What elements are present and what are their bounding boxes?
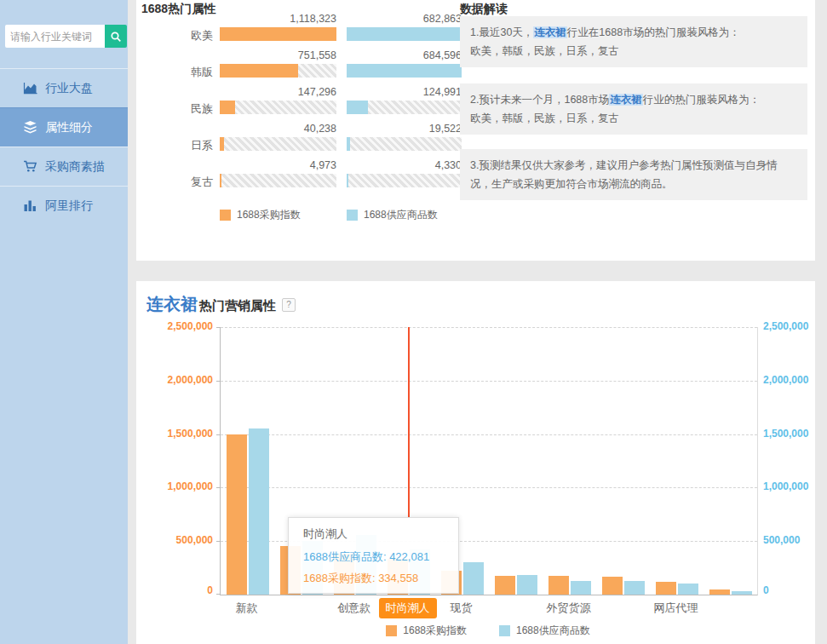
legend-label: 1688采购指数 [237,208,301,222]
hot-attr-category-label: 民族 [136,101,213,117]
bar-chart-icon [23,199,37,212]
purchase-bar[interactable]: 751,558 [220,64,336,78]
keyword-dress[interactable]: 连衣裙 [609,94,643,106]
purchase-column[interactable] [656,582,676,595]
supply-column[interactable] [732,591,752,595]
supply-swatch-icon [347,210,358,221]
purchase-bar[interactable]: 40,238 [220,137,336,151]
title-rest: 热门营销属性 [199,298,276,314]
purchase-bar[interactable]: 4,973 [220,174,336,187]
insight-text-line2: 欧美，韩版，民族，日系，复古 [470,42,797,60]
sidebar-item-label: 采购商素描 [45,159,105,175]
insight-text: 1.最近30天，连衣裙行业在1688市场的热门服装风格为： [470,23,797,42]
axis-tick [216,434,221,435]
area-chart-icon [23,82,37,95]
axis-tick [216,487,221,488]
left-axis-label: 2,500,000 [138,320,213,332]
legend-supply-count[interactable]: 1688供应商品数 [499,624,590,638]
sidebar-item-label: 属性细分 [45,120,93,135]
purchase-column[interactable] [548,576,569,595]
keyword-dress[interactable]: 连衣裙 [533,26,567,38]
gridline [221,487,757,488]
legend-label: 1688供应商品数 [516,624,590,638]
purchase-column[interactable] [495,576,515,595]
right-axis-label: 500,000 [763,534,827,546]
gridline [221,327,757,328]
supply-bar[interactable]: 682,863 [347,27,462,41]
marketing-chart-legend: 1688采购指数 1688供应商品数 [220,624,756,638]
axis-tick [216,541,221,542]
hot-attr-category-label: 日系 [136,138,213,153]
sidebar-item-label: 阿里排行 [45,198,93,214]
search-input[interactable] [5,25,105,48]
dashboard-screen: 行业大盘 属性细分 采购商素描 阿里排行 [0,0,827,644]
marketing-chart-title: 连衣裙 热门营销属性 ? [146,293,296,316]
right-axis-label: 0 [763,584,827,596]
axis-tick [216,327,221,328]
tooltip-supply-line: 1688供应商品数: 422,081 [303,546,458,567]
sidebar-item-industry-overview[interactable]: 行业大盘 [0,68,128,107]
insight-text-line2: 欧美，韩版，民族，日系，复古 [470,109,797,128]
insight-text: 2.预计未来一个月，1688市场连衣裙行业的热门服装风格为： [470,90,797,109]
left-axis-label: 1,000,000 [138,480,213,492]
purchase-column[interactable] [602,577,623,595]
legend-purchase-index[interactable]: 1688采购指数 [220,208,301,222]
supply-column[interactable] [249,428,269,595]
purchase-value: 40,238 [304,123,336,135]
sidebar-item-label: 行业大盘 [45,81,93,96]
supply-column[interactable] [463,562,484,595]
supply-bar[interactable]: 19,522 [347,137,462,151]
left-axis-label: 0 [138,584,213,596]
purchase-swatch-icon [220,210,231,221]
legend-purchase-index[interactable]: 1688采购指数 [386,624,467,638]
hot-attr-category-label: 韩版 [136,65,213,80]
gridline [221,381,757,382]
industry-search [5,25,123,48]
right-axis-label: 1,500,000 [763,428,827,440]
supply-column[interactable] [571,581,591,595]
purchase-value: 751,558 [298,49,336,61]
supply-bar[interactable]: 684,596 [347,64,462,78]
sidebar-item-attribute-breakdown[interactable]: 属性细分 [0,107,128,147]
purchase-value: 4,973 [310,159,336,171]
supply-column[interactable] [624,581,645,595]
x-axis-label: 外贸货源 [547,601,591,616]
supply-value: 19,522 [429,123,462,135]
left-axis-label: 1,500,000 [138,428,213,440]
supply-value: 684,596 [423,49,462,61]
purchase-bar[interactable]: 147,296 [220,101,336,114]
purchase-value: 147,296 [298,86,336,98]
purchase-bar[interactable]: 1,118,323 [220,27,336,41]
marketing-chart: 时尚潮人1688供应商品数: 422,0811688采购指数: 334,558 … [136,327,815,595]
search-button[interactable] [105,25,127,48]
tooltip-category: 时尚潮人 [303,526,458,542]
x-axis-label-highlighted[interactable]: 时尚潮人 [379,598,437,618]
supply-bar[interactable]: 124,991 [347,101,462,114]
supply-column[interactable] [678,584,698,595]
right-axis-label: 2,000,000 [763,374,827,386]
sidebar-item-ali-ranking[interactable]: 阿里排行 [0,186,128,225]
supply-column[interactable] [517,575,537,595]
legend-label: 1688采购指数 [403,624,467,638]
purchase-column[interactable] [227,434,247,595]
title-keyword: 连衣裙 [146,293,198,316]
insights-title: 数据解读 [460,2,508,17]
sidebar-menu: 行业大盘 属性细分 采购商素描 阿里排行 [0,68,128,225]
supply-value: 4,330 [435,159,462,171]
supply-swatch-icon [499,625,510,636]
hot-attributes-title: 1688热门属性 [141,2,215,17]
sidebar-item-buyer-profile[interactable]: 采购商素描 [0,147,128,186]
tooltip-purchase-line: 1688采购指数: 334,558 [303,567,458,589]
right-axis-label: 1,000,000 [763,480,827,492]
purchase-column[interactable] [709,589,730,595]
supply-bar[interactable]: 4,330 [347,174,462,187]
help-icon[interactable]: ? [282,298,296,312]
supply-value: 682,863 [423,13,462,25]
hover-indicator-line [408,327,410,517]
legend-supply-count[interactable]: 1688供应商品数 [347,208,438,222]
plot-area: 时尚潮人1688供应商品数: 422,0811688采购指数: 334,558 [220,327,758,595]
purchase-value: 1,118,323 [290,13,336,25]
insight-box-2: 2.预计未来一个月，1688市场连衣裙行业的热门服装风格为： 欧美，韩版，民族，… [460,83,807,135]
legend-label: 1688供应商品数 [364,208,438,222]
hot-attr-row: 复古4,9734,330 [136,174,468,210]
